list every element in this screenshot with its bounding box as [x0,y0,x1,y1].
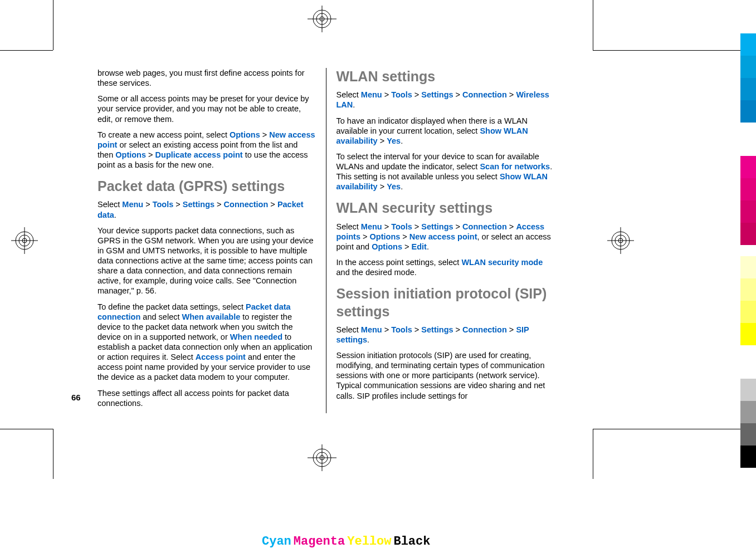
color-label-yellow: Yellow [347,535,391,549]
section-heading: Packet data (GPRS) settings [97,178,316,195]
body-text: To have an indicator displayed when ther… [336,116,555,146]
section-heading: WLAN settings [336,68,555,85]
column-divider [326,68,326,413]
menu-path-link: Settings [421,90,453,99]
menu-path-link: Connection [462,90,507,99]
menu-path-link: Tools [391,90,412,99]
menu-path-link: Connection [224,200,269,209]
menu-path-link: Access point [196,353,246,361]
menu-path-link: Tools [391,222,412,231]
menu-path-link: Scan for networks [480,162,550,171]
crop-mark [593,0,593,50]
crop-mark [593,429,593,479]
right-column: WLAN settings Select Menu > Tools > Sett… [336,68,555,413]
menu-path-link: Options [370,232,401,241]
crop-mark [593,429,756,429]
registration-mark-icon [302,6,342,32]
color-bar [740,33,756,468]
menu-path-link: Menu [361,325,382,334]
registration-mark-icon [607,227,634,254]
menu-path-link: Settings [183,200,214,209]
menu-path-link: Settings [421,325,453,334]
body-text: Some or all access points may be preset … [97,94,316,124]
body-text: browse web pages, you must first define … [97,68,316,88]
crop-mark [53,0,53,50]
menu-path-link: Options [372,242,402,251]
menu-path-link: WLAN security mode [461,258,543,267]
menu-path-link: Edit [412,242,427,251]
section-heading: Session initiation protocol (SIP) settin… [336,285,555,320]
section-heading: WLAN security settings [336,199,555,217]
menu-path-link: New access point [409,232,477,241]
body-text: Your device supports packet data connect… [97,226,316,296]
left-column: browse web pages, you must first define … [97,68,316,413]
body-text: Select Menu > Tools > Settings > Connect… [336,222,555,252]
color-label-cyan: Cyan [262,535,291,549]
crop-mark [593,50,756,51]
menu-path-link: Options [115,150,146,159]
registration-mark-icon [11,227,38,254]
body-text: Select Menu > Tools > Settings > Connect… [336,325,555,345]
menu-path-link: Duplicate access point [155,150,243,159]
menu-path-link: Options [230,130,260,139]
menu-path-link: Yes [387,136,401,145]
color-separation-labels: Cyan Magenta Yellow Black [262,535,430,549]
crop-mark [53,429,53,479]
menu-path-link: Tools [391,325,412,334]
body-text: These settings affect all access points … [97,388,316,408]
page-number: 66 [71,393,81,402]
menu-path-link: Connection [462,222,507,231]
menu-path-link: Menu [361,222,382,231]
color-label-magenta: Magenta [294,535,345,549]
body-text: Session initiation protocols (SIP) are u… [336,350,555,401]
menu-path-link: When needed [230,332,282,341]
body-text: Select Menu > Tools > Settings > Connect… [97,199,316,219]
body-text: To create a new access point, select Opt… [97,130,316,170]
menu-path-link: Settings [421,222,453,231]
body-text: Select Menu > Tools > Settings > Connect… [336,90,555,110]
body-text: To select the interval for your device t… [336,151,555,192]
menu-path-link: Connection [462,325,507,334]
menu-path-link: Tools [153,200,174,209]
body-text: To define the packet data settings, sele… [97,302,316,383]
page-content: browse web pages, you must first define … [97,68,554,413]
color-label-black: Black [393,535,430,549]
menu-path-link: Yes [387,182,401,191]
menu-path-link: Menu [361,90,382,99]
menu-path-link: Menu [122,200,143,209]
registration-mark-icon [302,444,342,471]
body-text: In the access point settings, select WLA… [336,257,555,277]
crop-mark [0,429,53,429]
crop-mark [0,50,53,51]
menu-path-link: When available [182,312,241,321]
